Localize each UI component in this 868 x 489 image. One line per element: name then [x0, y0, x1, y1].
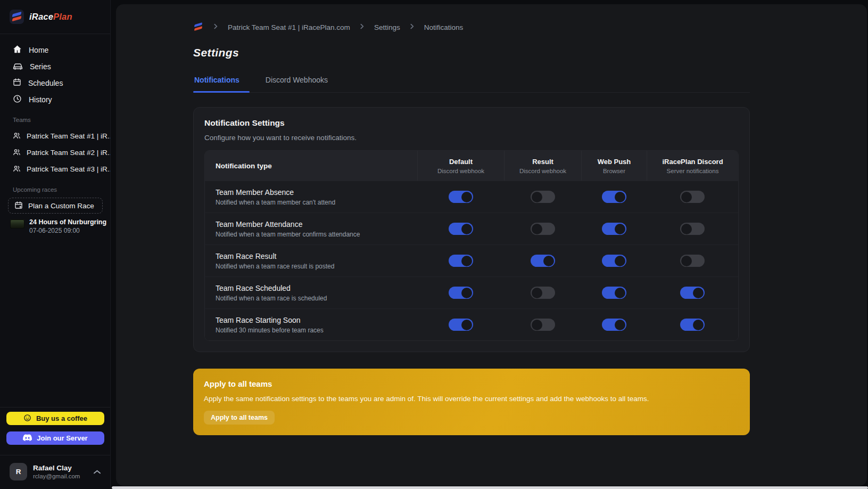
users-icon	[13, 148, 21, 158]
notification-type-cell: Team Race ResultNotified when a team rac…	[205, 252, 417, 270]
toggle-cell	[581, 191, 647, 203]
toggle-row2-col4[interactable]	[680, 223, 705, 235]
sidebar-item-history[interactable]: History	[0, 91, 110, 108]
toggle-row1-col3[interactable]	[602, 191, 626, 203]
notification-title: Team Race Result	[216, 252, 417, 260]
horizontal-scrollbar[interactable]	[112, 486, 868, 489]
chevron-right-icon	[410, 23, 414, 31]
toggle-cell	[581, 223, 647, 235]
toggle-knob	[615, 192, 625, 202]
toggle-knob	[615, 224, 625, 234]
plan-custom-race-button[interactable]: Plan a Custom Race	[8, 198, 103, 214]
chevron-right-icon	[360, 23, 364, 31]
column-header-iraceplan-discord: iRacePlan DiscordServer notifications	[647, 151, 738, 181]
toggle-row1-col1[interactable]	[449, 191, 473, 203]
upcoming-race-item[interactable]: 24 Hours of Nurburgring 07-06-2025 09:00	[0, 214, 110, 234]
toggle-cell	[504, 255, 581, 267]
calendar-icon	[13, 78, 21, 88]
toggle-row3-col3[interactable]	[602, 255, 626, 267]
toggle-knob	[615, 320, 625, 330]
breadcrumb-item[interactable]: Patrick Team Seat #1 | iRacePlan.com	[228, 23, 350, 31]
toggle-row5-col2[interactable]	[531, 319, 555, 331]
banner-title: Apply to all teams	[204, 379, 739, 388]
breadcrumb-home-icon[interactable]	[193, 22, 204, 32]
clock-icon	[13, 94, 22, 105]
sidebar-item-schedules[interactable]: Schedules	[0, 75, 110, 91]
toggle-row5-col4[interactable]	[680, 319, 705, 331]
toggle-cell	[581, 255, 647, 267]
buy-coffee-button[interactable]: Buy us a coffee	[6, 412, 104, 425]
discord-icon	[23, 434, 32, 443]
notification-description: Notified when a team member can't attend	[216, 199, 417, 206]
tab-discord-webhooks[interactable]: Discord Webhooks	[264, 76, 338, 92]
apply-all-teams-button[interactable]: Apply to all teams	[204, 411, 275, 425]
sidebar-team-item-3[interactable]: Patrick Team Seat #3 | iR...	[0, 161, 110, 177]
table-row: Team Race ScheduledNotified when a team …	[205, 276, 738, 308]
toggle-cell	[417, 255, 504, 267]
app-screen: iRacePlan HomeSeriesSchedulesHistory Tea…	[0, 0, 868, 489]
column-subtitle: Discord webhook	[418, 168, 504, 174]
breadcrumb-item[interactable]: Notifications	[424, 23, 464, 31]
column-header-type: Notification type	[205, 162, 417, 170]
main-panel: Patrick Team Seat #1 | iRacePlan.comSett…	[116, 4, 867, 486]
sidebar-team-item-2[interactable]: Patrick Team Seat #2 | iR...	[0, 144, 110, 161]
toggle-row4-col1[interactable]	[449, 287, 473, 299]
toggle-knob	[461, 192, 472, 202]
toggle-row4-col4[interactable]	[680, 287, 705, 299]
breadcrumb-item[interactable]: Settings	[374, 23, 400, 31]
toggle-row1-col2[interactable]	[531, 191, 555, 203]
notifications-table: Notification type DefaultDiscord webhook…	[204, 150, 739, 341]
apply-all-banner: Apply to all teams Apply the same notifi…	[193, 369, 750, 435]
toggle-cell	[417, 287, 504, 299]
toggle-row4-col3[interactable]	[602, 287, 626, 299]
toggle-row2-col2[interactable]	[531, 223, 555, 235]
race-datetime: 07-06-2025 09:00	[29, 227, 106, 234]
team-label: Patrick Team Seat #2 | iR...	[27, 149, 110, 157]
tab-notifications[interactable]: Notifications	[193, 76, 250, 92]
toggle-row3-col1[interactable]	[449, 255, 473, 267]
toggle-knob	[461, 288, 472, 298]
table-row: Team Race ResultNotified when a team rac…	[205, 244, 738, 276]
toggle-cell	[647, 287, 738, 299]
smiley-icon	[23, 414, 31, 423]
notification-type-cell: Team Member AbsenceNotified when a team …	[205, 188, 417, 206]
sidebar-item-label: Series	[30, 62, 51, 71]
toggle-cell	[417, 223, 504, 235]
user-name: Rafael Clay	[33, 464, 80, 472]
toggle-cell	[417, 191, 504, 203]
teams-list: Patrick Team Seat #1 | iR...Patrick Team…	[0, 128, 110, 177]
notification-title: Team Race Starting Soon	[216, 316, 417, 324]
toggle-knob	[681, 224, 692, 234]
team-label: Patrick Team Seat #1 | iR...	[27, 132, 110, 140]
toggle-row3-col2[interactable]	[531, 255, 555, 267]
car-icon	[13, 62, 23, 71]
race-title: 24 Hours of Nurburgring	[29, 218, 106, 226]
notification-description: Notified when a team member confirms att…	[216, 231, 417, 238]
toggle-row5-col3[interactable]	[602, 319, 626, 331]
toggle-row4-col2[interactable]	[531, 287, 555, 299]
notification-settings-card: Notification Settings Configure how you …	[193, 107, 750, 352]
toggle-cell	[417, 319, 504, 331]
brand-logo[interactable]: iRacePlan	[0, 0, 110, 34]
sidebar-item-series[interactable]: Series	[0, 58, 110, 75]
toggle-row3-col4[interactable]	[680, 255, 705, 267]
toggle-row2-col3[interactable]	[602, 223, 626, 235]
toggle-knob	[681, 192, 692, 202]
sidebar-item-home[interactable]: Home	[0, 42, 110, 58]
toggle-cell	[504, 319, 581, 331]
toggle-cell	[504, 287, 581, 299]
notification-type-cell: Team Member AttendanceNotified when a te…	[205, 220, 417, 238]
home-icon	[13, 45, 22, 55]
card-subtitle: Configure how you want to receive notifi…	[204, 134, 739, 142]
notification-description: Notified when a team race result is post…	[216, 263, 417, 270]
toggle-knob	[532, 224, 542, 234]
toggle-row1-col4[interactable]	[680, 191, 705, 203]
user-menu[interactable]: R Rafael Clay rclay@gmail.com	[0, 455, 110, 489]
toggle-row5-col1[interactable]	[449, 319, 473, 331]
toggle-knob	[461, 224, 472, 234]
join-discord-button[interactable]: Join our Server	[6, 431, 104, 445]
toggle-knob	[615, 256, 625, 266]
toggle-row2-col1[interactable]	[449, 223, 473, 235]
column-header-result: ResultDiscord webhook	[504, 151, 581, 181]
sidebar-team-item-1[interactable]: Patrick Team Seat #1 | iR...	[0, 128, 110, 144]
